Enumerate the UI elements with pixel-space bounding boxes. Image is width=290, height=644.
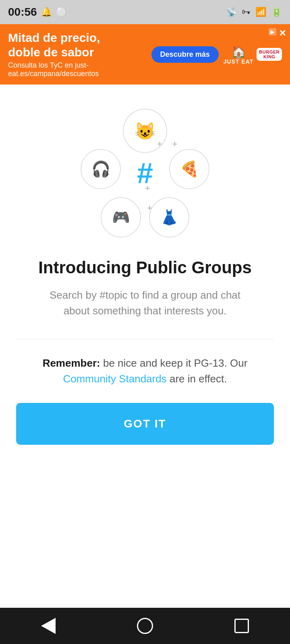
ad-title-line1: Mitad de precio, xyxy=(8,31,151,45)
cast-icon: 📡 xyxy=(226,7,237,17)
ad-icon: ▶ xyxy=(269,28,276,35)
notification-icon: 🔔 xyxy=(41,7,52,17)
ad-close-button[interactable]: ✕ xyxy=(279,28,286,39)
page-title: Introducing Public Groups xyxy=(38,258,252,278)
back-button[interactable] xyxy=(38,616,58,636)
ad-discover-button[interactable]: Descubre más xyxy=(151,46,219,63)
burger-king-text: BURGERKING xyxy=(259,50,280,59)
pizza-circle: 🍕 xyxy=(169,149,209,189)
remember-suffix: are in effect. xyxy=(170,373,227,385)
headphones-icon: 🎧 xyxy=(91,160,110,178)
got-it-button[interactable]: GOT IT xyxy=(16,403,274,445)
home-button[interactable] xyxy=(135,616,155,636)
burger-king-badge: BURGERKING xyxy=(257,48,282,61)
fashion-circle: 👗 xyxy=(149,197,189,237)
page-description: Search by #topic to find a group and cha… xyxy=(44,287,246,319)
cat-icon: 😺 xyxy=(135,121,155,141)
back-icon xyxy=(41,618,56,634)
status-bar: 00:56 🔔 ⚪ 📡 🗝 📶 🔋 xyxy=(0,0,290,24)
main-content: 😺 🎧 🍕 🎮 👗 # + + + + Introducing Public G… xyxy=(0,85,290,608)
illustration: 😺 🎧 🍕 🎮 👗 # + + + + xyxy=(77,109,213,237)
ad-text: Mitad de precio, doble de sabor Consulta… xyxy=(8,31,151,78)
ad-title-line2: doble de sabor xyxy=(8,45,151,60)
wifi-icon: 📶 xyxy=(255,7,266,17)
divider xyxy=(16,339,274,339)
status-left: 00:56 🔔 ⚪ xyxy=(8,6,67,19)
ad-banner: Mitad de precio, doble de sabor Consulta… xyxy=(0,24,290,85)
recent-button[interactable] xyxy=(232,616,252,636)
community-standards-link[interactable]: Community Standards xyxy=(63,373,166,385)
just-eat-icon: 🏠 xyxy=(231,45,246,59)
recent-icon xyxy=(234,619,249,633)
key-icon: 🗝 xyxy=(242,7,251,17)
circle-icon: ⚪ xyxy=(56,7,67,17)
just-eat-logo: 🏠 JUST EAT xyxy=(224,45,254,64)
plus-decoration-1: + xyxy=(157,139,162,149)
battery-icon: 🔋 xyxy=(271,7,282,17)
gaming-circle: 🎮 xyxy=(101,197,141,237)
plus-decoration-4: + xyxy=(147,203,152,213)
gaming-icon: 🎮 xyxy=(112,209,130,226)
status-time: 00:56 xyxy=(8,6,37,19)
just-eat-text: JUST EAT xyxy=(224,59,254,64)
headphones-circle: 🎧 xyxy=(81,149,121,189)
status-right: 📡 🗝 📶 🔋 xyxy=(226,7,282,17)
remember-body: be nice and keep it PG-13. Our xyxy=(103,357,247,369)
ad-logos: 🏠 JUST EAT BURGERKING xyxy=(224,45,282,64)
remember-text: Remember: be nice and keep it PG-13. Our… xyxy=(16,355,274,387)
ad-subtitle: Consulta los TyC en just-eat.es/campana/… xyxy=(8,61,151,78)
pizza-icon: 🍕 xyxy=(180,160,199,178)
hashtag-symbol: # xyxy=(137,157,153,190)
ad-middle: Descubre más 🏠 JUST EAT BURGERKING xyxy=(151,45,282,64)
home-icon xyxy=(137,618,153,634)
bottom-nav xyxy=(0,608,290,644)
remember-label: Remember: xyxy=(43,357,100,369)
plus-decoration-2: + xyxy=(172,139,177,149)
fashion-icon: 👗 xyxy=(160,209,178,226)
